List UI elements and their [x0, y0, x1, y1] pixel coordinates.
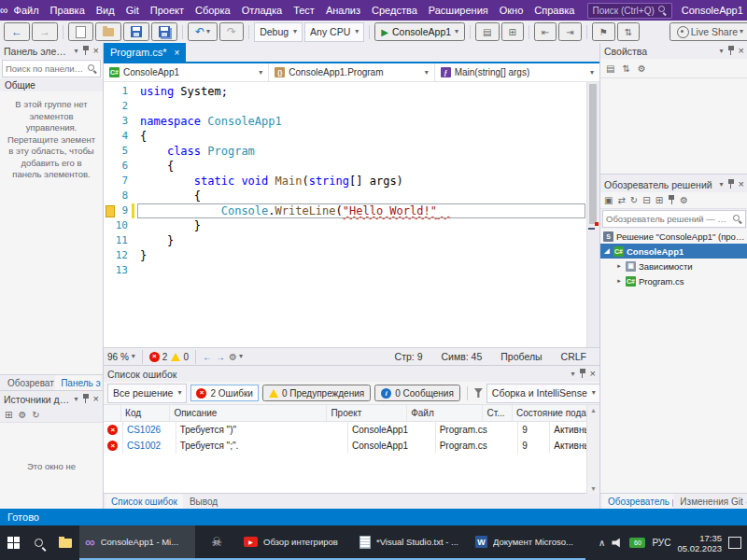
menu-help[interactable]: Справка — [529, 0, 580, 21]
code-line[interactable]: 9 Console.WriteLine("Hello World!" — [104, 203, 599, 218]
tree-item-program-cs[interactable]: ▸ C# Program.cs — [600, 273, 747, 288]
code-line[interactable]: 12} — [104, 248, 599, 263]
menu-build[interactable]: Сборка — [190, 0, 236, 21]
messages-filter-button[interactable]: i 0 Сообщения — [374, 385, 460, 401]
tree-item-solution[interactable]: S Решение "ConsoleApp1" (проекты: 1 из 1… — [600, 229, 747, 244]
refresh-data-source-icon[interactable]: ↻ — [32, 410, 39, 420]
live-share-button[interactable]: Live Share ▾ — [669, 22, 747, 41]
toggle-bookmark-button[interactable]: ⚑ — [592, 22, 615, 41]
preview-changes-button[interactable]: ▤ — [475, 22, 499, 41]
error-scope-dropdown[interactable]: Все решение ▾ — [107, 384, 187, 403]
editor-vertical-scrollbar[interactable] — [586, 82, 599, 347]
scrollbar-thumb[interactable] — [589, 84, 597, 224]
action-center-icon[interactable] — [728, 537, 741, 549]
close-icon[interactable]: × — [93, 394, 99, 404]
indent-decrease-button[interactable]: ⇤ — [534, 22, 557, 41]
project-dropdown[interactable]: C# ConsoleApp1 ▾ — [104, 63, 269, 81]
spaces-indicator[interactable]: Пробелы — [500, 351, 542, 362]
close-icon[interactable]: × — [175, 48, 180, 58]
filter-funnel-icon[interactable] — [474, 388, 483, 398]
error-source-dropdown[interactable]: Сборка и IntelliSense ▾ — [486, 384, 601, 403]
refresh-icon[interactable]: ↻ — [630, 195, 638, 205]
toolbox-search-input[interactable]: Поиск по панели элемен — [2, 60, 101, 77]
editor-errors-indicator[interactable]: × 2 — [149, 352, 168, 362]
edit-data-source-icon[interactable]: ⚙ — [18, 410, 26, 420]
menu-project[interactable]: Проект — [145, 0, 190, 21]
code-line[interactable]: 13 — [104, 263, 599, 278]
menu-analyze[interactable]: Анализ — [320, 0, 366, 21]
open-file-button[interactable] — [95, 22, 121, 41]
show-output-button[interactable]: ⊞ — [501, 22, 524, 41]
column-severity[interactable] — [104, 405, 121, 421]
code-line[interactable]: 4{ — [104, 129, 599, 144]
show-all-files-icon[interactable]: ⊞ — [655, 195, 663, 205]
editor-warnings-indicator[interactable]: 0 — [171, 352, 189, 362]
tab-program-cs[interactable]: Program.cs* × — [104, 43, 186, 62]
tab-solution-explorer[interactable]: Обозреватель реше... — [602, 494, 673, 509]
property-pages-icon[interactable]: ⚙ — [638, 63, 646, 74]
tab-error-list[interactable]: Список ошибок — [106, 494, 183, 509]
code-line[interactable]: 1using System; — [104, 84, 599, 99]
pin-icon[interactable] — [668, 195, 675, 205]
battery-indicator[interactable]: 60 — [629, 538, 645, 548]
error-row[interactable]: × CS1026 Требуется ")" ConsoleApp1 Progr… — [104, 422, 599, 438]
code-line[interactable]: 3namespace ConsoleApp1 — [104, 114, 599, 129]
menu-file[interactable]: Файл — [8, 0, 45, 21]
solution-explorer-search-input[interactable]: Обозреватель решений — поиск (Ctrl+» — [602, 210, 746, 228]
bookmark-list-button[interactable]: ⇅ — [617, 22, 640, 41]
error-list-scrollbar[interactable]: ▲ ▼ — [586, 405, 599, 494]
expander-collapsed-icon[interactable]: ▸ — [615, 277, 623, 285]
tab-output[interactable]: Вывод — [184, 494, 223, 509]
hidden-icons-chevron[interactable]: ∧ — [599, 539, 605, 548]
undo-button[interactable]: ↶▾ — [188, 22, 218, 41]
scroll-down-icon[interactable]: ▼ — [590, 485, 597, 492]
quick-actions-icon[interactable] — [106, 205, 115, 217]
pin-icon[interactable] — [727, 179, 735, 189]
pin-icon[interactable] — [727, 46, 735, 56]
code-line[interactable]: 11 } — [104, 233, 599, 248]
member-dropdown[interactable]: ƒ Main(string[] args) ▾ — [435, 63, 599, 81]
scroll-up-icon[interactable]: ▲ — [590, 407, 597, 413]
taskbar-app-word[interactable]: W Документ Microso... — [470, 525, 585, 560]
code-line[interactable]: 6 { — [104, 159, 599, 174]
categorized-icon[interactable]: ▤ — [606, 63, 614, 74]
save-all-button[interactable] — [151, 22, 177, 41]
file-explorer-button[interactable] — [51, 525, 79, 560]
navigate-backward-icon[interactable]: ← — [203, 352, 212, 362]
alphabetical-icon[interactable]: ⇅ — [622, 63, 629, 74]
code-line[interactable]: 10 } — [104, 218, 599, 233]
tree-item-project[interactable]: ◢ C# ConsoleApp1 — [600, 244, 747, 259]
expander-expanded-icon[interactable]: ◢ — [603, 247, 611, 255]
chevron-down-icon[interactable]: ▾ — [75, 396, 78, 403]
taskbar-search-button[interactable] — [27, 525, 51, 560]
pin-icon[interactable] — [579, 369, 586, 379]
chevron-down-icon[interactable]: ▾ — [571, 371, 575, 378]
toolbox-group-header[interactable]: Общие — [0, 78, 103, 91]
column-code[interactable]: Код — [121, 405, 170, 421]
new-file-button[interactable] — [68, 22, 93, 41]
column-file[interactable]: Файл — [407, 405, 483, 421]
collapse-all-icon[interactable]: ⊟ — [642, 195, 650, 205]
menu-test[interactable]: Тест — [288, 0, 320, 21]
taskbar-app-notepad[interactable]: *Visual Studio.txt - ... — [354, 525, 470, 560]
close-icon[interactable]: × — [739, 179, 744, 189]
menu-git[interactable]: Git — [120, 0, 145, 21]
close-icon[interactable]: × — [739, 46, 744, 56]
column-line[interactable]: Ст... — [483, 405, 513, 421]
code-line[interactable]: 8 { — [104, 189, 599, 203]
pin-icon[interactable] — [82, 46, 90, 56]
tab-git-changes[interactable]: Изменения Git — по... — [674, 494, 746, 509]
line-ending-indicator[interactable]: CRLF — [561, 351, 586, 362]
column-project[interactable]: Проект — [327, 405, 407, 421]
errors-filter-button[interactable]: × 2 Ошибки — [190, 385, 258, 401]
error-code-link[interactable]: CS1026 — [123, 422, 176, 438]
solution-platform-dropdown[interactable]: Any CPU ▾ — [304, 22, 364, 42]
chevron-down-icon[interactable]: ▾ — [75, 48, 78, 55]
home-icon[interactable]: ▣ — [604, 195, 613, 205]
editor-extra-dropdown[interactable]: ⚙ ▾ — [229, 352, 243, 362]
menu-extensions[interactable]: Расширения — [423, 0, 494, 21]
language-indicator[interactable]: РУС — [652, 539, 670, 548]
code-line[interactable]: 2 — [104, 99, 599, 114]
close-icon[interactable]: × — [590, 369, 596, 379]
close-icon[interactable]: × — [93, 46, 99, 56]
